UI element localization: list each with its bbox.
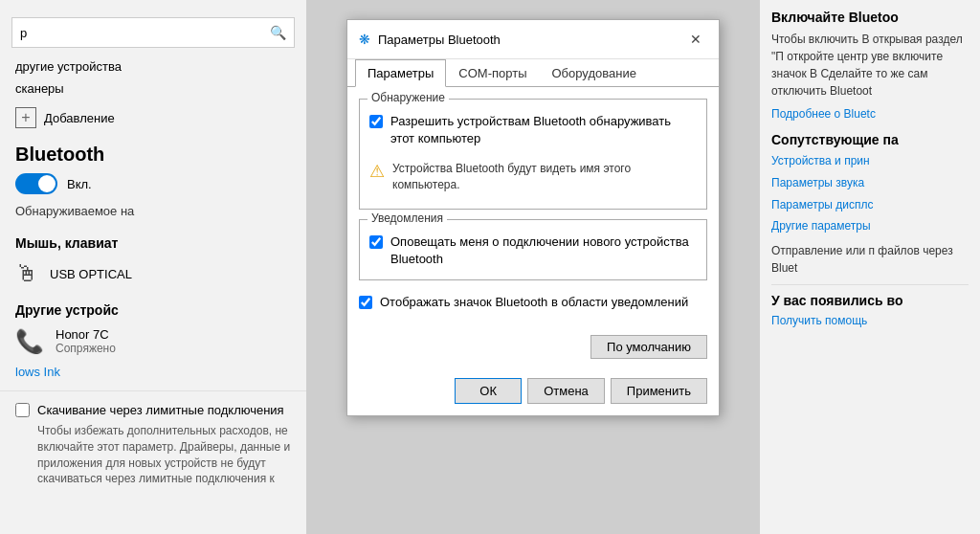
- limit-connection-row: Скачивание через лимитные подключения: [15, 403, 291, 417]
- get-help-link[interactable]: Получить помощь: [771, 314, 969, 327]
- phone-icon: 📞: [15, 328, 44, 355]
- warning-row: ⚠ Устройства Bluetooth будут видеть имя …: [369, 157, 697, 197]
- bluetooth-toggle-row: Вкл.: [0, 169, 306, 202]
- bluetooth-on-label: Вкл.: [67, 177, 92, 191]
- sidebar-item-scanners[interactable]: сканеры: [0, 78, 306, 100]
- discovery-checkbox[interactable]: [369, 115, 383, 128]
- mouse-device-row: 🖱 USB OPTICAL: [0, 255, 306, 293]
- dialog-tabs: Параметры COM-порты Оборудование: [347, 59, 719, 87]
- bluetooth-title: Bluetooth: [0, 136, 306, 169]
- show-icon-row: Отображать значок Bluetooth в области ув…: [359, 290, 707, 315]
- dialog-titlebar: ❋ Параметры Bluetooth ✕: [347, 20, 719, 59]
- discovery-checkbox-row: Разрешить устройствам Bluetooth обнаружи…: [369, 113, 697, 147]
- dialog-close-button[interactable]: ✕: [684, 28, 707, 51]
- search-input[interactable]: [20, 26, 270, 40]
- show-icon-checkbox[interactable]: [359, 296, 372, 309]
- default-button[interactable]: По умолчанию: [590, 335, 707, 359]
- mouse-device-name: USB OPTICAL: [50, 267, 132, 281]
- other-device-row: 📞 Honor 7C Сопряжено: [0, 322, 306, 361]
- tab-com-ports[interactable]: COM-порты: [446, 59, 539, 87]
- left-panel: 🔍 другие устройства сканеры + Добавление…: [0, 0, 306, 534]
- dialog-body: Обнаружение Разрешить устройствам Blueto…: [347, 87, 719, 370]
- dialog-title: ❋ Параметры Bluetooth: [359, 32, 501, 47]
- related-link-3[interactable]: Другие параметры: [771, 218, 969, 234]
- notify-checkbox[interactable]: [369, 235, 383, 249]
- dialog-overlay: ❋ Параметры Bluetooth ✕ Параметры COM-по…: [306, 0, 760, 534]
- notifications-group: Уведомления Оповещать меня о подключении…: [359, 219, 707, 280]
- bottom-section: Скачивание через лимитные подключения Чт…: [0, 390, 306, 487]
- main-panel: ❋ Параметры Bluetooth ✕ Параметры COM-по…: [306, 0, 760, 534]
- bluetooth-title-icon: ❋: [359, 32, 370, 47]
- bluetooth-settings-dialog: ❋ Параметры Bluetooth ✕ Параметры COM-по…: [346, 19, 720, 416]
- add-device-button[interactable]: + Добавление: [0, 100, 306, 136]
- discovery-label: Разрешить устройствам Bluetooth обнаружи…: [390, 113, 697, 147]
- notify-label: Оповещать меня о подключении нового устр…: [390, 234, 697, 268]
- discovery-group-title: Обнаружение: [368, 91, 449, 104]
- learn-more-link[interactable]: Подробнее о Bluetc: [771, 107, 969, 121]
- other-device-name: Honor 7C: [56, 327, 116, 342]
- cancel-button[interactable]: Отмена: [527, 378, 605, 404]
- mouse-icon: 🖱: [15, 260, 38, 287]
- send-section: Отправление или п файлов через Bluet: [771, 242, 969, 277]
- warning-text: Устройства Bluetooth будут видеть имя эт…: [392, 161, 697, 193]
- notify-checkbox-row: Оповещать меня о подключении нового устр…: [369, 234, 697, 268]
- other-section-title: Другие устройс: [0, 293, 306, 322]
- other-device-status: Сопряжено: [56, 342, 116, 355]
- discovery-group: Обнаружение Разрешить устройствам Blueto…: [359, 99, 707, 210]
- related-link-1[interactable]: Параметры звука: [771, 175, 969, 191]
- related-link-0[interactable]: Устройства и прин: [771, 153, 969, 169]
- search-icon: 🔍: [270, 25, 286, 40]
- right-panel: Включайте Bluetoo Чтобы включить B откры…: [760, 0, 980, 534]
- limit-checkbox[interactable]: [15, 403, 30, 417]
- limit-desc: Чтобы избежать дополнительных расходов, …: [15, 423, 291, 487]
- enable-title: Включайте Bluetoo: [771, 10, 969, 25]
- ok-button[interactable]: ОК: [455, 378, 522, 404]
- discoverable-text: Обнаруживаемое на: [0, 202, 306, 226]
- bluetooth-toggle[interactable]: [15, 173, 57, 194]
- divider: [771, 284, 969, 285]
- related-link-2[interactable]: Параметры дисплс: [771, 197, 969, 213]
- tab-parameters[interactable]: Параметры: [355, 59, 446, 87]
- add-icon: +: [15, 107, 36, 128]
- show-icon-label: Отображать значок Bluetooth в области ув…: [380, 294, 707, 311]
- sidebar-item-other-devices[interactable]: другие устройства: [0, 56, 306, 78]
- search-bar[interactable]: 🔍: [11, 17, 295, 48]
- appeared-title: У вас появились во: [771, 293, 969, 308]
- enable-desc: Чтобы включить B открывая раздел "П откр…: [771, 31, 969, 100]
- related-title: Сопутствующие па: [771, 132, 969, 147]
- tab-hardware[interactable]: Оборудование: [539, 59, 648, 87]
- dialog-action-row: ОК Отмена Применить: [347, 370, 719, 415]
- mouse-section-title: Мышь, клавиат: [0, 226, 306, 255]
- warning-icon: ⚠: [369, 161, 385, 182]
- sidebar-item-windows-ink[interactable]: lows Ink: [0, 361, 306, 383]
- notifications-group-title: Уведомления: [368, 211, 447, 225]
- apply-button[interactable]: Применить: [611, 378, 707, 404]
